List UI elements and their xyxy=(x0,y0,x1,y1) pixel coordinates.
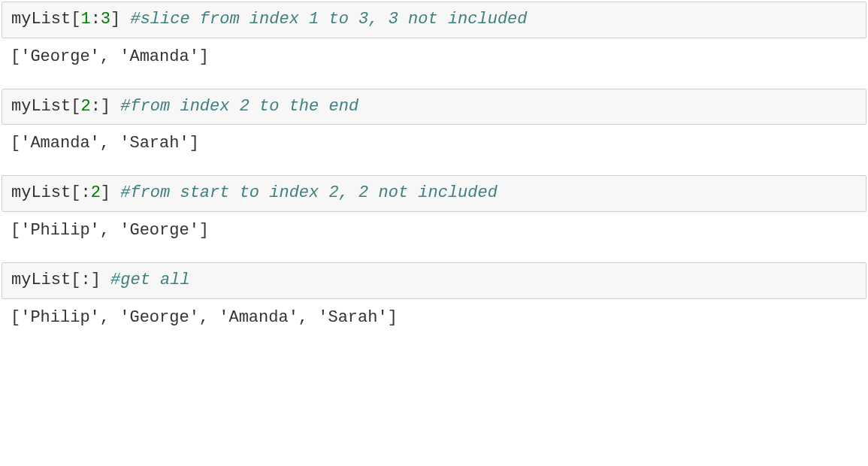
code-number-start: 2 xyxy=(80,97,90,116)
code-input[interactable]: myList[:] #get all xyxy=(2,262,866,299)
code-number-end: 2 xyxy=(91,183,101,202)
code-input[interactable]: myList[:2] #from start to index 2, 2 not… xyxy=(2,175,866,212)
code-bracket-close: ] xyxy=(91,271,110,289)
code-cell: myList[2:] #from index 2 to the end ['Am… xyxy=(2,89,866,161)
code-bracket-open: [ xyxy=(71,271,80,289)
code-cell: myList[:] #get all ['Philip', 'George', … xyxy=(2,262,866,334)
code-variable: myList xyxy=(11,271,71,289)
code-bracket-open: [ xyxy=(71,97,80,116)
code-comment: #slice from index 1 to 3, 3 not included xyxy=(130,10,527,29)
code-output: ['Philip', 'George'] xyxy=(2,212,866,247)
code-output: ['Amanda', 'Sarah'] xyxy=(2,125,866,160)
code-bracket-close: ] xyxy=(101,97,120,116)
code-bracket-open: [ xyxy=(71,183,80,202)
code-number-end: 3 xyxy=(101,10,110,29)
code-colon: : xyxy=(91,10,101,29)
code-cell: myList[1:3] #slice from index 1 to 3, 3 … xyxy=(2,2,866,74)
code-colon: : xyxy=(80,271,90,289)
code-comment: #from index 2 to the end xyxy=(120,97,358,116)
code-variable: myList xyxy=(11,10,71,29)
code-bracket-close: ] xyxy=(101,183,120,202)
code-variable: myList xyxy=(11,97,71,116)
code-bracket-close: ] xyxy=(110,10,130,29)
code-input[interactable]: myList[2:] #from index 2 to the end xyxy=(2,89,866,126)
code-number-start: 1 xyxy=(80,10,90,29)
code-colon: : xyxy=(80,183,90,202)
code-comment: #from start to index 2, 2 not included xyxy=(120,183,498,202)
code-variable: myList xyxy=(11,183,71,202)
code-output: ['George', 'Amanda'] xyxy=(2,38,866,74)
code-input[interactable]: myList[1:3] #slice from index 1 to 3, 3 … xyxy=(2,2,866,38)
code-output: ['Philip', 'George', 'Amanda', 'Sarah'] xyxy=(2,299,866,334)
code-bracket-open: [ xyxy=(71,10,80,29)
code-cell: myList[:2] #from start to index 2, 2 not… xyxy=(2,175,866,247)
code-colon: : xyxy=(91,97,101,116)
code-comment: #get all xyxy=(110,271,190,289)
